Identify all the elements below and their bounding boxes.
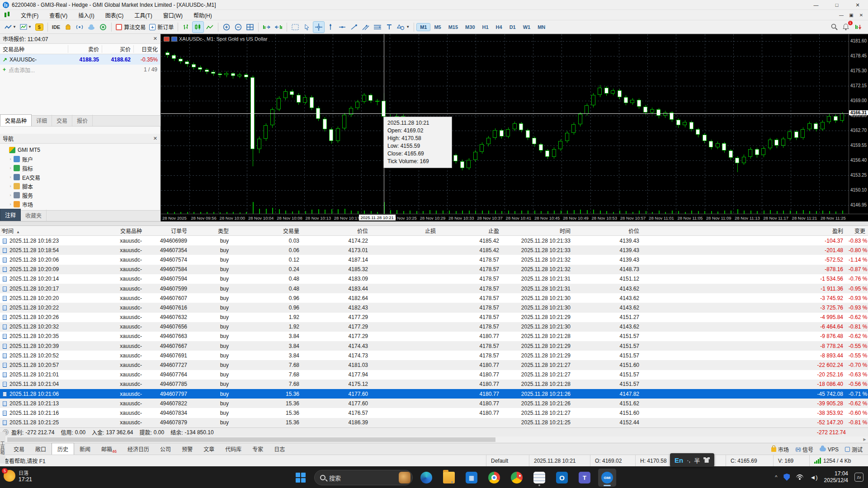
nav-item-账户[interactable]: ›账户 (3, 155, 160, 164)
toolbox-tab-公司[interactable]: 公司 (155, 443, 176, 455)
close-button[interactable]: ✕ (847, 0, 868, 10)
select-rect-icon[interactable] (290, 22, 301, 33)
column-卖价[interactable]: 卖价 (68, 45, 102, 53)
weather-widget[interactable]: 5 日落 17:21 (4, 469, 32, 483)
channel-icon[interactable] (360, 22, 371, 33)
notification-center-icon[interactable]: Zz (854, 473, 863, 482)
history-column-1[interactable]: 交易品种 (104, 227, 145, 235)
zoom-out-icon[interactable] (233, 22, 244, 33)
tray-expand-icon[interactable]: ^ (775, 474, 777, 480)
tab-交易[interactable]: 交易 (52, 115, 72, 126)
expander-icon[interactable]: › (7, 157, 14, 161)
taskbar-app-outlook[interactable]: O (553, 469, 571, 487)
table-row[interactable]: 2025.11.28 10:21:01xauusdc-494607764buy7… (0, 370, 868, 380)
menu-item-图表(C)[interactable]: 图表(C) (100, 10, 129, 20)
timeframe-M1[interactable]: M1 (417, 23, 430, 31)
time-axis[interactable]: 28 Nov 202528 Nov 09:5628 Nov 10:0028 No… (161, 214, 868, 222)
tile-windows-icon[interactable] (245, 22, 255, 33)
table-row[interactable]: 2025.11.28 10:20:39xauusdc-494607667buy3… (0, 341, 868, 351)
taskbar-app-notepad[interactable] (530, 469, 548, 487)
timeframe-H1[interactable]: H1 (479, 23, 492, 31)
toolbox-tab-日志[interactable]: 日志 (269, 443, 290, 455)
toolbox-chip-测试[interactable]: 测试 (845, 446, 863, 453)
table-row[interactable]: 2025.11.28 10:21:04xauusdc-494607785buy7… (0, 380, 868, 389)
menu-item-查看(V)[interactable]: 查看(V) (44, 10, 73, 20)
timeframe-D1[interactable]: D1 (506, 23, 519, 31)
start-button[interactable] (292, 469, 310, 487)
nav-root[interactable]: GMI MT5 (3, 145, 160, 155)
table-row[interactable]: 2025.11.28 10:20:14xauusdc-494607594buy0… (0, 274, 868, 284)
candles-chart-icon[interactable] (193, 22, 203, 33)
toolbox-tab-交易[interactable]: 交易 (8, 443, 30, 455)
table-row[interactable]: 2025.11.28 10:20:32xauusdc-494607656buy1… (0, 322, 868, 332)
table-row[interactable]: 2025.11.28 10:21:16xauusdc-494607834buy1… (0, 408, 868, 418)
column-买价[interactable]: 买价 (102, 45, 133, 53)
table-row[interactable]: 2025.11.28 10:16:23xauusdc-494606989buy0… (0, 236, 868, 245)
deposit-icon[interactable]: $ (34, 22, 45, 33)
table-row[interactable]: 2025.11.28 10:20:06xauusdc-494607574buy0… (0, 255, 868, 264)
timeframe-H4[interactable]: H4 (493, 23, 505, 31)
table-row[interactable]: 2025.11.28 10:21:25xauusdc-494607879buy1… (0, 418, 868, 427)
taskbar-app-teams[interactable]: T (576, 469, 594, 487)
vertical-line-icon[interactable] (325, 22, 336, 33)
timeframe-M15[interactable]: M15 (445, 23, 461, 31)
column-日变化[interactable]: 日变化 (133, 45, 160, 53)
line-chart-icon[interactable] (204, 22, 215, 33)
history-column-0[interactable]: 时间▲ (0, 227, 104, 235)
chart-profile-icon[interactable]: ▼ (3, 22, 18, 33)
tab-注释[interactable]: 注释 (0, 209, 21, 221)
auto-scroll-icon[interactable] (273, 22, 284, 33)
history-column-11[interactable]: 变更 (846, 227, 868, 235)
horizontal-scrollbar[interactable]: ◀ ▶ (0, 436, 868, 443)
cursor-icon[interactable] (302, 22, 312, 33)
toolbox-tab-预警[interactable]: 预警 (176, 443, 198, 455)
menu-item-插入(I)[interactable]: 插入(I) (73, 10, 99, 20)
taskbar-app-store[interactable]: ▦ (462, 469, 481, 487)
scrollbar-thumb[interactable] (7, 437, 495, 442)
ide-button[interactable]: IDE (51, 22, 61, 33)
expander-icon[interactable]: › (7, 202, 14, 206)
notifications-icon[interactable]: 1 (840, 22, 851, 33)
timeframe-M30[interactable]: M30 (462, 23, 478, 31)
market-watch-close-icon[interactable]: ✕ (153, 36, 157, 42)
tab-报价[interactable]: 报价 (72, 115, 93, 126)
history-column-3[interactable]: 类型 (190, 227, 231, 235)
history-close-icon[interactable]: ✕ (1, 227, 5, 233)
chart-template-icon[interactable]: ▼ (19, 22, 33, 33)
market-bag-icon[interactable] (62, 22, 73, 33)
history-column-7[interactable]: 止盈 (439, 227, 502, 235)
child-close-button[interactable]: ✕ (856, 13, 866, 18)
profile-selector[interactable]: Default (486, 455, 529, 467)
taskbar-app-chrome-2[interactable] (508, 469, 526, 487)
chart-plot[interactable] (161, 34, 849, 214)
shift-end-icon[interactable] (261, 22, 272, 33)
add-symbol-row[interactable]: + 点击添加... 1 / 49 (0, 65, 160, 75)
expander-icon[interactable]: › (7, 184, 14, 188)
taskbar-clock[interactable]: 17:04 2025/12/4 (824, 470, 848, 484)
maximize-button[interactable]: □ (826, 0, 847, 10)
zoom-in-icon[interactable] (221, 22, 232, 33)
table-row[interactable]: 2025.11.28 10:20:35xauusdc-494607663buy3… (0, 332, 868, 341)
ime-status-popup[interactable]: En ·, 半 (670, 453, 714, 467)
horizontal-splitter[interactable] (0, 221, 868, 226)
fibonacci-icon[interactable] (372, 22, 383, 33)
search-icon[interactable] (829, 22, 840, 33)
taskbar-app-folder[interactable] (440, 469, 458, 487)
table-row[interactable]: 2025.11.28 10:21:06xauusdc-494607797buy1… (0, 389, 868, 399)
taskbar-app-chrome[interactable] (485, 469, 503, 487)
horizontal-line-icon[interactable] (337, 22, 348, 33)
taskbar-search[interactable]: 搜索 (314, 470, 413, 485)
taskbar-app-edge[interactable] (417, 469, 435, 487)
history-column-5[interactable]: 价位 (302, 227, 371, 235)
child-restore-button[interactable]: ▣ (846, 13, 856, 18)
menu-item-工具(T)[interactable]: 工具(T) (129, 10, 157, 20)
toolbox-tab-敞口[interactable]: 敞口 (30, 443, 52, 455)
shapes-icon[interactable]: ▼ (396, 22, 411, 33)
expander-icon[interactable]: › (7, 193, 14, 197)
scroll-right-icon[interactable]: ▶ (861, 436, 868, 443)
toolbox-tab-文章[interactable]: 文章 (198, 443, 220, 455)
taskbar-app-gmi[interactable]: GMI (598, 469, 616, 487)
new-order-button[interactable]: +新订单 (148, 22, 175, 33)
table-row[interactable]: 2025.11.28 10:20:09xauusdc-494607584buy0… (0, 265, 868, 274)
speaker-icon[interactable]: ◄) (810, 474, 817, 481)
